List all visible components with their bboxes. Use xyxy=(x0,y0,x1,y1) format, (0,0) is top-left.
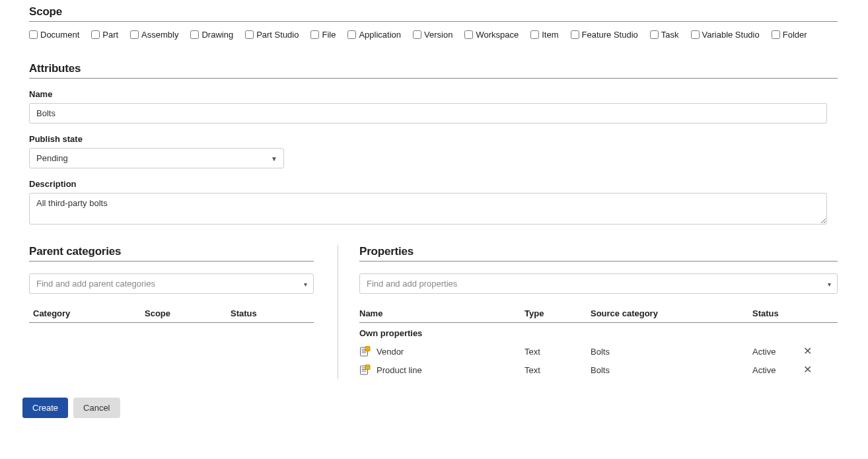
svg-rect-9 xyxy=(365,365,370,370)
scope-option[interactable]: Application xyxy=(347,30,401,40)
attributes-divider xyxy=(29,78,838,79)
attributes-heading: Attributes xyxy=(29,62,838,75)
svg-rect-4 xyxy=(365,347,370,351)
column-name: Name xyxy=(359,308,524,318)
scope-option[interactable]: Variable Studio xyxy=(691,30,760,40)
properties-heading: Properties xyxy=(359,245,838,258)
scope-option[interactable]: Drawing xyxy=(190,30,233,40)
scope-checkbox[interactable] xyxy=(571,30,579,39)
scope-option[interactable]: Workspace xyxy=(464,30,519,40)
scope-option[interactable]: Task xyxy=(650,30,679,40)
property-type: Text xyxy=(524,347,591,357)
property-status: Active xyxy=(752,347,792,357)
scope-option-label: Task xyxy=(661,30,679,40)
publish-state-select[interactable]: Pending xyxy=(29,148,284,168)
scope-option-label: Feature Studio xyxy=(582,30,638,40)
scope-checkbox[interactable] xyxy=(130,30,139,39)
name-label: Name xyxy=(29,89,838,99)
properties-divider xyxy=(359,261,838,262)
scope-checkbox[interactable] xyxy=(413,30,421,39)
scope-option[interactable]: Version xyxy=(413,30,452,40)
property-source: Bolts xyxy=(591,365,752,375)
scope-checkbox[interactable] xyxy=(190,30,199,39)
column-status: Status xyxy=(231,308,314,318)
scope-option-label: Variable Studio xyxy=(702,30,760,40)
column-category: Category xyxy=(29,308,145,318)
scope-option-label: Version xyxy=(424,30,452,40)
property-icon xyxy=(359,364,371,376)
scope-option-label: File xyxy=(322,30,336,40)
scope-option-label: Drawing xyxy=(201,30,233,40)
scope-options: DocumentPartAssemblyDrawingPart StudioFi… xyxy=(29,28,838,45)
cancel-button[interactable]: Cancel xyxy=(73,398,120,418)
scope-checkbox[interactable] xyxy=(91,30,100,39)
scope-option[interactable]: File xyxy=(310,30,336,40)
parent-categories-search[interactable] xyxy=(29,273,314,294)
scope-checkbox[interactable] xyxy=(29,30,38,39)
scope-option-label: Part Studio xyxy=(256,30,299,40)
column-type: Type xyxy=(524,308,591,318)
remove-property-button[interactable]: ✕ xyxy=(803,346,812,357)
description-label: Description xyxy=(29,179,838,189)
column-source-category: Source category xyxy=(591,308,752,318)
scope-checkbox[interactable] xyxy=(347,30,356,39)
property-name: Vendor xyxy=(377,347,404,357)
column-scope: Scope xyxy=(145,308,231,318)
publish-state-label: Publish state xyxy=(29,134,838,144)
scope-option-label: Application xyxy=(359,30,401,40)
own-properties-subheading: Own properties xyxy=(359,323,838,342)
scope-checkbox[interactable] xyxy=(530,30,539,39)
scope-option[interactable]: Item xyxy=(530,30,558,40)
scope-option-label: Workspace xyxy=(476,30,519,40)
property-status: Active xyxy=(752,365,792,375)
parent-categories-heading: Parent categories xyxy=(29,245,314,258)
scope-option-label: Part xyxy=(102,30,118,40)
scope-option[interactable]: Feature Studio xyxy=(571,30,638,40)
scope-option[interactable]: Part xyxy=(91,30,118,40)
scope-checkbox[interactable] xyxy=(691,30,700,39)
property-icon xyxy=(359,345,371,357)
scope-option[interactable]: Document xyxy=(29,30,79,40)
scope-option-label: Folder xyxy=(783,30,807,40)
property-row: Product lineTextBoltsActive✕ xyxy=(359,361,838,379)
name-input[interactable] xyxy=(29,103,827,124)
parent-categories-divider xyxy=(29,261,314,262)
scope-heading: Scope xyxy=(29,5,838,18)
property-source: Bolts xyxy=(591,347,752,357)
scope-checkbox[interactable] xyxy=(464,30,473,39)
column-status: Status xyxy=(752,308,792,318)
properties-search[interactable] xyxy=(359,273,838,294)
scope-option-label: Item xyxy=(542,30,558,40)
scope-divider xyxy=(29,21,838,22)
scope-checkbox[interactable] xyxy=(650,30,659,39)
description-input[interactable] xyxy=(29,193,827,225)
scope-option-label: Assembly xyxy=(141,30,178,40)
scope-checkbox[interactable] xyxy=(245,30,254,39)
scope-option[interactable]: Assembly xyxy=(130,30,178,40)
property-name: Product line xyxy=(377,365,422,375)
scope-checkbox[interactable] xyxy=(310,30,319,39)
scope-option[interactable]: Folder xyxy=(772,30,807,40)
property-row: VendorTextBoltsActive✕ xyxy=(359,342,838,361)
remove-property-button[interactable]: ✕ xyxy=(803,365,812,375)
scope-option[interactable]: Part Studio xyxy=(245,30,299,40)
property-type: Text xyxy=(524,365,591,375)
scope-checkbox[interactable] xyxy=(772,30,780,39)
scope-option-label: Document xyxy=(40,30,79,40)
create-button[interactable]: Create xyxy=(22,398,68,418)
